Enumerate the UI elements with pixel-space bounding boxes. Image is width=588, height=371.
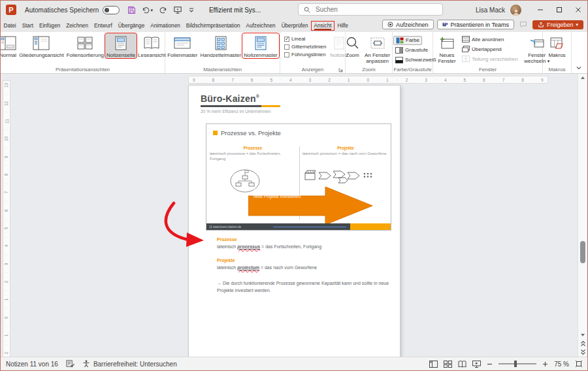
red-annotation-arrow [154, 199, 213, 253]
group-fenster: Neues Fenster Alle anordnen Überlappend … [433, 32, 543, 73]
slide-footer: 11 www.buero-kaizen.de [206, 223, 391, 230]
dialog-launcher-icon [338, 67, 344, 73]
arrange-all-button[interactable]: Alle anordnen [460, 35, 520, 44]
slideshow-shortcut-icon[interactable] [472, 361, 481, 368]
slide-thumbnail[interactable]: Prozesse vs. Projekte Prozesse lateinisc… [206, 123, 391, 231]
start-slideshow-button[interactable] [173, 6, 182, 14]
grayscale-button[interactable]: Graustufe [393, 46, 430, 55]
fit-to-window-button[interactable]: An Fenster anpassen [361, 33, 394, 64]
slide-master-button[interactable]: Folienmaster [166, 33, 199, 58]
ruler-number: 3 [425, 78, 427, 82]
checkbox-icon [284, 44, 289, 50]
ruler-number: 6 [251, 78, 253, 82]
slide-counter[interactable]: Notizen 11 von 16 [6, 361, 58, 368]
quick-access-toolbar: ▾ [127, 6, 195, 14]
undo-dropdown-icon[interactable]: ▾ [150, 8, 153, 12]
search-input[interactable] [314, 5, 425, 14]
collapse-ribbon-button[interactable] [576, 65, 582, 71]
normal-view-button[interactable]: Normal [0, 33, 18, 58]
status-bar: Notizen 11 von 16 Barrierefreiheit: Unte… [1, 357, 587, 370]
tab-aufzeichnen[interactable]: Aufzeichnen [243, 21, 278, 31]
slide-sorter-shortcut-icon[interactable] [444, 361, 452, 368]
logo-underline [201, 105, 280, 107]
black-white-button[interactable]: Schwarzweiß [393, 56, 438, 65]
notes-page[interactable]: Büro-Kaizen® 20 % mehr Effizienz im Unte… [188, 85, 400, 358]
tab-einfuegen[interactable]: Einfügen [36, 21, 63, 31]
reading-view-shortcut-icon[interactable] [458, 361, 466, 368]
record-icon [387, 22, 393, 27]
scroll-down-button[interactable] [578, 333, 587, 337]
tab-ueberpruefen[interactable]: Überprüfen [278, 21, 311, 31]
minimize-button[interactable] [531, 1, 549, 19]
user-avatar[interactable] [510, 5, 521, 16]
tab-datei[interactable]: Datei [1, 21, 19, 31]
notes-text[interactable]: Prozesse lateinisch processus = das Fort… [217, 236, 389, 294]
ruler-tick: · [454, 78, 455, 82]
normal-view-shortcut-icon[interactable] [429, 361, 438, 368]
share-button[interactable]: Freigeben ▾ [532, 20, 583, 29]
next-slide-button[interactable] [578, 349, 587, 355]
customize-qat-button[interactable] [188, 7, 195, 13]
ruler-tick: · [377, 78, 378, 82]
spellcheck-icon[interactable] [66, 360, 74, 368]
accessibility-checker[interactable]: Barrierefreiheit: Untersuchen [82, 360, 177, 368]
previous-slide-button[interactable] [578, 340, 587, 347]
ruler-tick: · [6, 163, 7, 168]
ruler-tick: · [6, 270, 7, 275]
ruler-number: 4 [444, 78, 447, 82]
notes-page-button[interactable]: Notizenseite [105, 33, 137, 58]
record-button[interactable]: Aufzeichnen [382, 20, 434, 29]
scrollbar-thumb[interactable] [580, 241, 585, 263]
anzeigen-dialog-launcher[interactable] [338, 67, 344, 73]
close-button[interactable] [568, 1, 587, 19]
guides-checkbox[interactable]: Führungslinien [284, 52, 326, 57]
tab-zeichnen[interactable]: Zeichnen [63, 21, 91, 31]
gridlines-checkbox[interactable]: Gitternetzlinien [284, 44, 326, 50]
tab-bildschirmpraesentation[interactable]: Bildschirmpräsentation [183, 21, 243, 31]
save-button[interactable] [127, 6, 136, 14]
autosave-toggle[interactable] [103, 6, 120, 14]
slide-footer-accent [350, 223, 391, 230]
tab-start[interactable]: Start [19, 21, 36, 31]
handout-master-button[interactable]: Handzettelmaster [199, 33, 242, 58]
reading-view-button[interactable]: Leseansicht [137, 33, 167, 58]
ruler-number: 13 [4, 83, 8, 88]
outline-view-button[interactable]: Gliederungsansicht [18, 33, 65, 58]
cascade-button[interactable]: Überlappend [460, 44, 520, 54]
zoom-in-button[interactable] [542, 361, 548, 367]
group-makros: Makros Makros [543, 32, 572, 73]
scroll-up-button[interactable] [578, 76, 587, 80]
arrange-all-icon [462, 36, 470, 42]
powerpoint-app-icon[interactable]: P [6, 5, 16, 15]
color-button[interactable]: Farbe [393, 36, 422, 45]
group-farbe-graustufe: Farbe Graustufe Schwarzweiß Farbe/Graust… [393, 32, 433, 73]
slide-sorter-button[interactable]: Foliensortierung [65, 33, 105, 58]
present-in-teams-button[interactable]: T Präsentieren in Teams [437, 20, 514, 29]
notes-master-button[interactable]: Notizenmaster [242, 33, 279, 58]
zoom-level[interactable]: 75 % [554, 361, 569, 368]
maximize-button[interactable] [549, 1, 568, 19]
ruler-checkbox[interactable]: Lineal [284, 36, 326, 42]
comments-button[interactable] [517, 21, 529, 28]
tab-animationen[interactable]: Animationen [148, 21, 184, 31]
undo-button[interactable]: ▾ [142, 6, 153, 14]
zoom-out-button[interactable] [487, 361, 493, 367]
zoom-slider-thumb[interactable] [514, 361, 517, 367]
redo-button[interactable] [159, 6, 167, 14]
tab-ansicht[interactable]: Ansicht [311, 21, 335, 31]
tab-hilfe[interactable]: Hilfe [335, 21, 351, 31]
ruler-number: 9 [193, 78, 195, 82]
checkbox-checked-icon [284, 37, 289, 42]
tab-uebergaenge[interactable]: Übergänge [115, 21, 148, 31]
vertical-scrollbar[interactable] [578, 74, 587, 358]
tab-entwurf[interactable]: Entwurf [91, 21, 115, 31]
slide-footer-bar: 11 www.buero-kaizen.de [206, 223, 350, 230]
macros-button[interactable]: Makros [547, 33, 566, 58]
fit-slide-to-window-button[interactable] [575, 360, 583, 368]
zoom-button[interactable]: Zoom [344, 33, 361, 58]
new-window-icon [439, 36, 455, 50]
search-box[interactable] [298, 3, 443, 16]
new-window-button[interactable]: Neues Fenster [434, 33, 460, 64]
zoom-slider[interactable] [498, 361, 536, 367]
ruler-tick: · [493, 78, 495, 82]
